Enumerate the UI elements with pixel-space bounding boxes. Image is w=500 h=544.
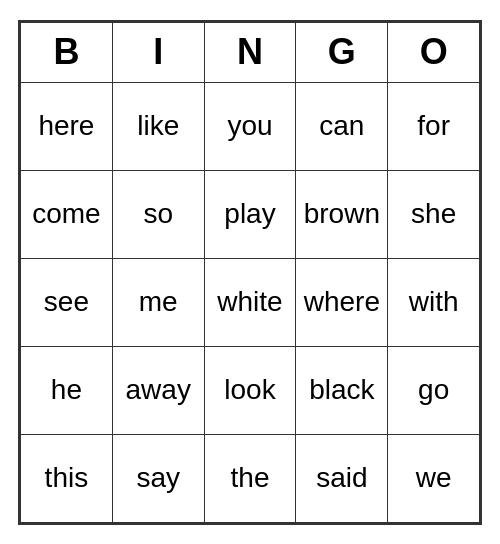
list-item: can bbox=[296, 82, 388, 170]
table-row: thissaythesaidwe bbox=[21, 434, 480, 522]
table-row: comesoplaybrownshe bbox=[21, 170, 480, 258]
header-row: B I N G O bbox=[21, 22, 480, 82]
bingo-table: B I N G O herelikeyoucanforcomesoplaybro… bbox=[20, 22, 480, 523]
list-item: here bbox=[21, 82, 113, 170]
header-o: O bbox=[388, 22, 480, 82]
list-item: for bbox=[388, 82, 480, 170]
list-item: black bbox=[296, 346, 388, 434]
header-n: N bbox=[204, 22, 296, 82]
list-item: where bbox=[296, 258, 388, 346]
header-g: G bbox=[296, 22, 388, 82]
list-item: this bbox=[21, 434, 113, 522]
list-item: away bbox=[112, 346, 204, 434]
list-item: said bbox=[296, 434, 388, 522]
list-item: she bbox=[388, 170, 480, 258]
table-row: herelikeyoucanfor bbox=[21, 82, 480, 170]
list-item: you bbox=[204, 82, 296, 170]
list-item: white bbox=[204, 258, 296, 346]
list-item: come bbox=[21, 170, 113, 258]
list-item: see bbox=[21, 258, 113, 346]
list-item: he bbox=[21, 346, 113, 434]
list-item: so bbox=[112, 170, 204, 258]
list-item: play bbox=[204, 170, 296, 258]
table-row: seemewhitewherewith bbox=[21, 258, 480, 346]
list-item: with bbox=[388, 258, 480, 346]
table-row: heawaylookblackgo bbox=[21, 346, 480, 434]
list-item: look bbox=[204, 346, 296, 434]
header-i: I bbox=[112, 22, 204, 82]
header-b: B bbox=[21, 22, 113, 82]
list-item: the bbox=[204, 434, 296, 522]
list-item: brown bbox=[296, 170, 388, 258]
list-item: we bbox=[388, 434, 480, 522]
list-item: me bbox=[112, 258, 204, 346]
list-item: say bbox=[112, 434, 204, 522]
bingo-card: B I N G O herelikeyoucanforcomesoplaybro… bbox=[18, 20, 482, 525]
list-item: go bbox=[388, 346, 480, 434]
list-item: like bbox=[112, 82, 204, 170]
